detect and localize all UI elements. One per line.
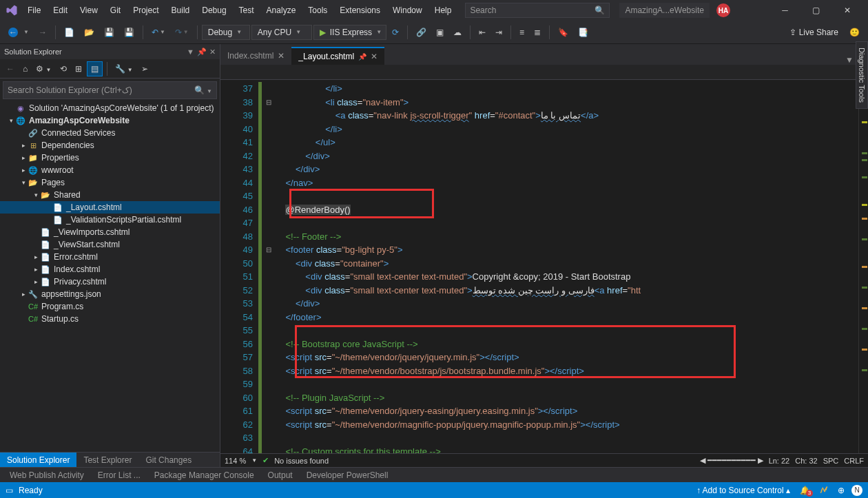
tree-item[interactable]: 📄_ViewImports.cshtml xyxy=(0,226,220,238)
menu-project[interactable]: Project xyxy=(127,1,164,19)
output-tab[interactable]: Web Publish Activity xyxy=(3,470,91,480)
panel-pin-icon[interactable]: 📌 xyxy=(197,48,207,56)
se-filter-icon[interactable]: ⊞ xyxy=(72,62,85,76)
uncomment-icon[interactable]: ≣ xyxy=(530,25,545,40)
tree-item[interactable]: 📄_ViewStart.cshtml xyxy=(0,238,220,251)
panel-close-icon[interactable]: ✕ xyxy=(209,48,216,56)
menu-test[interactable]: Test xyxy=(234,1,260,19)
browser-link-icon[interactable]: 🔗 xyxy=(412,25,431,40)
menu-window[interactable]: Window xyxy=(387,1,428,19)
output-tab[interactable]: Output xyxy=(261,470,300,480)
tree-item[interactable]: ▸📄Error.cshtml xyxy=(0,251,220,263)
line-indicator[interactable]: Ln: 22 xyxy=(769,457,790,465)
fold-marks[interactable]: ⊟⊟ xyxy=(262,80,276,453)
config-dropdown[interactable]: Debug▼ xyxy=(202,25,250,40)
tree-item[interactable]: ▸🌐wwwroot xyxy=(0,164,220,176)
char-indicator[interactable]: Ch: 32 xyxy=(795,457,817,465)
undo-button[interactable]: ↶ ▼ xyxy=(147,25,169,40)
panel-dropdown-icon[interactable]: ▼ xyxy=(187,48,194,56)
editor-tab[interactable]: _Layout.cshtml📌✕ xyxy=(291,47,384,65)
platform-dropdown[interactable]: Any CPU▼ xyxy=(251,25,312,40)
crlf-indicator[interactable]: CRLF xyxy=(844,457,864,465)
menu-view[interactable]: View xyxy=(74,1,103,19)
open-button[interactable]: 📂 xyxy=(80,25,99,40)
issues-status[interactable]: No issues found xyxy=(274,457,329,465)
source-control-button[interactable]: ↑ Add to Source Control ▴ xyxy=(696,486,790,495)
menu-git[interactable]: Git xyxy=(105,1,126,19)
diagnostic-tools-tab[interactable]: Diagnostic Tools xyxy=(856,41,868,109)
output-tab[interactable]: Error List ... xyxy=(91,470,147,480)
solution-explorer-search[interactable]: Search Solution Explorer (Ctrl+ک) 🔍 ▼ xyxy=(3,81,217,99)
se-tool-icon[interactable]: ⚙ ▼ xyxy=(32,62,54,76)
minimize-button[interactable]: ─ xyxy=(769,0,800,21)
se-wrench-icon[interactable]: 🔧 ▼ xyxy=(112,62,136,76)
account-icon[interactable]: N xyxy=(851,485,862,496)
code-lines[interactable]: </li> <li class="nav-item"> <a class="na… xyxy=(276,80,858,453)
tree-item[interactable]: C#Program.cs xyxy=(0,300,220,313)
menu-tools[interactable]: Tools xyxy=(302,1,333,19)
run-button[interactable]: ▶IIS Express▼ xyxy=(313,25,386,40)
nav-forward-button[interactable]: → xyxy=(34,25,51,40)
redo-button[interactable]: ↷ ▼ xyxy=(171,25,193,40)
bookmark2-icon[interactable]: 📑 xyxy=(574,25,592,40)
tool-icon[interactable]: ▣ xyxy=(432,25,448,40)
panel-tab[interactable]: Git Changes xyxy=(138,453,198,468)
tree-item[interactable]: ▾📂Shared xyxy=(0,189,220,201)
tree-item[interactable]: 📄_Layout.cshtml xyxy=(0,201,220,214)
tree-item[interactable]: ▸📁Properties xyxy=(0,152,220,164)
search-input[interactable]: Search 🔍 xyxy=(465,3,610,18)
nav-back-button[interactable]: ←▼ xyxy=(4,25,33,40)
spc-indicator[interactable]: SPC xyxy=(823,457,839,465)
output-tab[interactable]: Package Manager Console xyxy=(147,470,261,480)
tree-item[interactable]: C#Startup.cs xyxy=(0,313,220,325)
overview-ruler[interactable]: ✚ ⚠ xyxy=(858,80,868,453)
tree-item[interactable]: ▸⊞Dependencies xyxy=(0,139,220,152)
editor-tab[interactable]: Index.cshtml✕ xyxy=(220,47,291,65)
menu-debug[interactable]: Debug xyxy=(196,1,231,19)
se-back-icon[interactable]: ← xyxy=(3,62,18,76)
project-selector[interactable]: AmazingA...eWebsite xyxy=(619,3,710,18)
se-show-icon[interactable]: ▤ xyxy=(87,61,103,76)
maximize-button[interactable]: ▢ xyxy=(800,0,831,21)
sync-icon[interactable]: ⊕ xyxy=(838,486,845,495)
tree-item[interactable]: ▾🌐AmazingAspCoreWebsite xyxy=(0,114,220,127)
notifications-icon[interactable]: 🔔 xyxy=(800,486,810,495)
outdent-icon[interactable]: ⇥ xyxy=(491,25,506,40)
save-all-button[interactable]: 💾 xyxy=(120,25,138,40)
tree-item[interactable]: 🔗Connected Services xyxy=(0,127,220,139)
comment-icon[interactable]: ≡ xyxy=(515,25,528,40)
panel-tab[interactable]: Test Explorer xyxy=(76,453,138,468)
indent-icon[interactable]: ⇤ xyxy=(475,25,490,40)
publish-icon[interactable]: ☁ xyxy=(449,25,466,40)
tree-item[interactable]: ▸📄Index.cshtml xyxy=(0,263,220,276)
new-project-button[interactable]: 📄 xyxy=(60,25,79,40)
refresh-button[interactable]: ⟳ xyxy=(388,25,403,40)
feedback-icon[interactable]: 🙂 xyxy=(845,25,864,40)
tree-item[interactable]: 📄_ValidationScriptsPartial.cshtml xyxy=(0,214,220,226)
tree-item[interactable]: ▾📂Pages xyxy=(0,176,220,189)
se-leaf-icon[interactable]: ➢ xyxy=(138,62,152,76)
editor-nav-bar[interactable] xyxy=(220,65,868,80)
output-tab[interactable]: Developer PowerShell xyxy=(300,470,395,480)
save-button[interactable]: 💾 xyxy=(100,25,118,40)
se-home-icon[interactable]: ⌂ xyxy=(19,62,31,76)
menu-help[interactable]: Help xyxy=(429,1,457,19)
menu-analyze[interactable]: Analyze xyxy=(261,1,302,19)
menu-edit[interactable]: Edit xyxy=(48,1,73,19)
live-share-button[interactable]: ⇪ Live Share xyxy=(784,28,844,37)
menu-extensions[interactable]: Extensions xyxy=(334,1,386,19)
code-editor[interactable]: 3738394041424344454647484950515253545556… xyxy=(220,80,868,453)
tree-item[interactable]: ▸🔧appsettings.json xyxy=(0,288,220,300)
menu-file[interactable]: File xyxy=(22,1,46,19)
zoom-level[interactable]: 114 % xyxy=(225,457,246,465)
bell-alert-icon[interactable]: 🗲 xyxy=(820,486,828,495)
tab-dropdown-icon[interactable]: ▼ xyxy=(845,55,854,65)
bookmark-icon[interactable]: 🔖 xyxy=(554,25,572,40)
close-button[interactable]: ✕ xyxy=(831,0,862,21)
tree-item[interactable]: ▸📄Privacy.cshtml xyxy=(0,276,220,288)
menu-build[interactable]: Build xyxy=(166,1,196,19)
se-sync-icon[interactable]: ⟲ xyxy=(56,62,70,76)
tree-item[interactable]: ◉Solution 'AmazingAspCoreWebsite' (1 of … xyxy=(0,102,220,114)
avatar[interactable]: HA xyxy=(716,3,730,17)
panel-tab[interactable]: Solution Explorer xyxy=(0,453,76,468)
